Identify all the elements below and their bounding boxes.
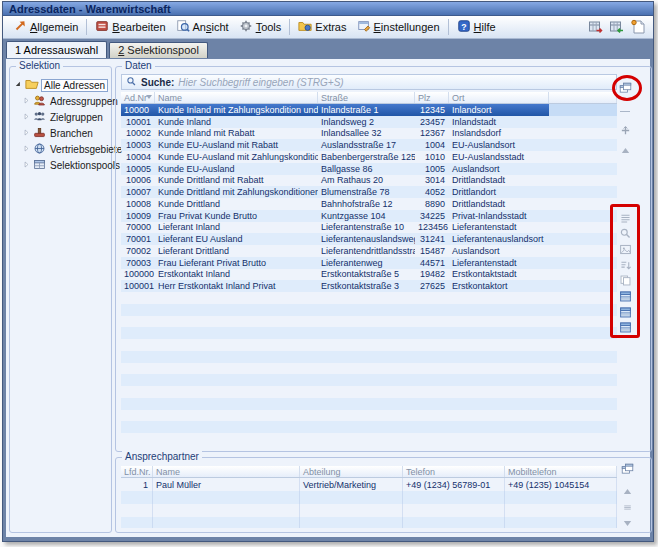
grid-view-icon[interactable]	[618, 290, 632, 304]
zoom-icon[interactable]	[618, 227, 632, 241]
cell-ad-nr: 70000	[121, 222, 155, 232]
table-row[interactable]: 10005Kunde EU-AuslandBallgasse 861005Aus…	[121, 163, 617, 175]
menu-item-einstellungen[interactable]: Einstellungen	[352, 17, 445, 37]
table-row-empty[interactable]	[121, 410, 617, 422]
import-table-icon[interactable]	[609, 19, 625, 35]
menu-item-label: Hilfe	[474, 21, 496, 33]
tree-item-vertriebsgebiete[interactable]: Vertriebsgebiete	[22, 141, 110, 157]
table-row[interactable]: 70003Frau Lieferant Privat BruttoLiefera…	[121, 257, 617, 269]
table-row[interactable]: 10002Kunde Inland mit RabattInlandsallee…	[121, 128, 617, 140]
table-row-empty[interactable]	[121, 363, 617, 375]
copy-icon[interactable]	[618, 274, 632, 288]
move-up-icon[interactable]	[618, 123, 632, 137]
table-row-empty[interactable]	[121, 504, 617, 517]
menu-item-allgemein[interactable]: Allgemein	[8, 17, 83, 37]
column-header-ad-nr[interactable]: Ad.Nr	[121, 92, 155, 103]
tab-2-selektionspool[interactable]: 2 Selektionspool	[109, 42, 208, 58]
table-row[interactable]: 10007Kunde Drittland mit Zahlungskonditi…	[121, 186, 617, 198]
scroll-up-icon[interactable]	[620, 484, 634, 498]
column-header-abteilung[interactable]: Abteilung	[300, 466, 403, 477]
cell-ad-nr: 70003	[121, 258, 155, 268]
column-header-name[interactable]: Name	[153, 466, 300, 477]
menu-item-bearbeiten[interactable]: Bearbeiten	[90, 17, 170, 37]
strip-separator	[620, 111, 630, 112]
cell-plz: 1005	[415, 164, 449, 174]
table-row-empty[interactable]	[121, 327, 617, 339]
column-header-label: Lfd.Nr.	[124, 467, 151, 477]
column-header-name[interactable]: Name	[155, 92, 318, 103]
table-row-empty[interactable]	[121, 398, 617, 410]
table-row[interactable]: 70001Lieferant EU AuslandLieferantenausl…	[121, 233, 617, 245]
sort-rows-icon[interactable]	[618, 258, 632, 272]
table-row-empty[interactable]	[121, 386, 617, 398]
tree-collapsed-icon[interactable]	[22, 160, 31, 171]
tree-collapsed-icon[interactable]	[22, 128, 31, 139]
menu-item-tools[interactable]: Tools	[234, 17, 287, 37]
cell-name: Frau Privat Kunde Brutto	[155, 211, 318, 221]
tab-1-adressauswahl[interactable]: 1 Adressauswahl	[6, 41, 107, 58]
menu-item-hilfe[interactable]: ?Hilfe	[452, 17, 501, 37]
grid-view-icon[interactable]	[618, 321, 632, 335]
tree-expanded-icon[interactable]	[13, 79, 23, 91]
table-row-empty[interactable]	[121, 517, 617, 528]
cell-telefon	[403, 517, 505, 528]
tree-item-branchen[interactable]: Branchen	[22, 125, 110, 141]
table-row[interactable]: 1Paul MüllerVertrieb/Marketing+49 (1234)…	[121, 478, 617, 491]
table-row[interactable]: 10004Kunde EU-Ausland mit Zahlungskondit…	[121, 151, 617, 163]
menu-separator	[289, 19, 290, 35]
cell-stra-e: Erstkontaktstraße 5	[318, 269, 415, 279]
table-row[interactable]: 10001Kunde InlandInlandsweg 223457Inland…	[121, 116, 617, 128]
cell-ad-nr: 10007	[121, 187, 155, 197]
menu-item-ansicht[interactable]: Ansicht	[171, 17, 234, 37]
table-row[interactable]: 10008Kunde DrittlandBahnhofstraße 128890…	[121, 198, 617, 210]
tree-item-adressgruppen[interactable]: Adressgruppen	[22, 93, 110, 109]
tree-collapsed-icon[interactable]	[22, 96, 31, 107]
column-chooser-icon[interactable]	[620, 462, 634, 476]
table-row-empty[interactable]	[121, 374, 617, 386]
table-row[interactable]: 100001Herr Erstkontakt Inland PrivatErst…	[121, 280, 617, 292]
cell-ort: Erstkontaktort	[449, 281, 549, 291]
table-row[interactable]: 10006Kunde Drittland mit RabattAm Rathau…	[121, 175, 617, 187]
column-header-lfd-nr[interactable]: Lfd.Nr.	[121, 466, 153, 477]
title-bar[interactable]: Adressdaten - Warenwirtschaft	[3, 2, 653, 16]
grid-view-icon[interactable]	[618, 305, 632, 319]
export-table-icon[interactable]	[588, 19, 604, 35]
menu-item-extras[interactable]: Extras	[293, 17, 351, 37]
scroll-up-icon[interactable]	[618, 143, 632, 157]
image-icon[interactable]	[618, 242, 632, 256]
svg-text:?: ?	[461, 22, 466, 32]
contacts-grid-header: Lfd.Nr.NameAbteilungTelefonMobiltelefon	[121, 466, 617, 478]
table-row[interactable]: 10009Frau Privat Kunde BruttoKuntzgasse …	[121, 210, 617, 222]
rows-icon[interactable]	[618, 211, 632, 225]
table-row[interactable]: 100000Erstkontakt InlandErstkontaktstraß…	[121, 269, 617, 281]
new-page-icon[interactable]	[630, 19, 646, 35]
column-header-mobiltelefon[interactable]: Mobiltelefon	[505, 466, 617, 477]
tree-collapsed-icon[interactable]	[22, 144, 31, 155]
column-header-label: Telefon	[406, 467, 435, 477]
table-row[interactable]: 70002Lieferant DrittlandLieferantendritt…	[121, 245, 617, 257]
column-header-plz[interactable]: Plz	[415, 92, 449, 103]
tree-item-selektionspools[interactable]: Selektionspools	[22, 157, 110, 173]
table-row-empty[interactable]	[121, 339, 617, 351]
column-header-telefon[interactable]: Telefon	[403, 466, 505, 477]
tree-item-zielgruppen[interactable]: Zielgruppen	[22, 109, 110, 125]
scroll-down-icon[interactable]	[620, 516, 634, 530]
table-row[interactable]: 70000Lieferant InlandLieferantenstraße 1…	[121, 222, 617, 234]
tree-item-alle-adressen[interactable]: Alle Adressen	[13, 77, 110, 93]
column-chooser-icon[interactable]	[618, 81, 632, 95]
cell-plz: 27625	[415, 281, 449, 291]
column-header-ort[interactable]: Ort	[449, 92, 549, 103]
table-row-empty[interactable]	[121, 491, 617, 504]
table-row-empty[interactable]	[121, 292, 617, 304]
table-row[interactable]: 10000Kunde Inland mit Zahlungskondition …	[121, 104, 617, 116]
tree-collapsed-icon[interactable]	[22, 112, 31, 123]
table-row-empty[interactable]	[121, 351, 617, 363]
column-header-stra-e[interactable]: Straße	[318, 92, 415, 103]
table-row-empty[interactable]	[121, 316, 617, 328]
sales-areas-icon	[33, 142, 46, 157]
table-row-empty[interactable]	[121, 421, 617, 433]
table-row[interactable]: 10003Kunde EU-Ausland mit RabattAuslands…	[121, 139, 617, 151]
search-input[interactable]: Suche: Hier Suchbegriff eingeben (STRG+S…	[121, 74, 617, 90]
table-row-empty[interactable]	[121, 433, 617, 445]
table-row-empty[interactable]	[121, 304, 617, 316]
